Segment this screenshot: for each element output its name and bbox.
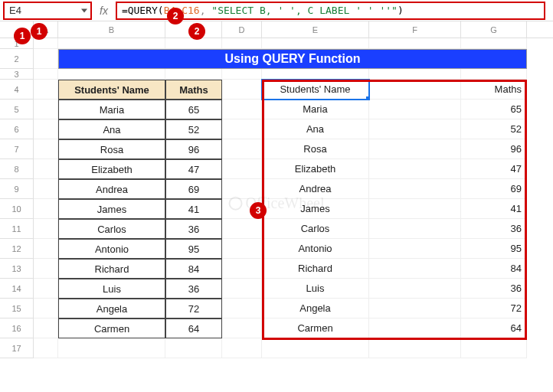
- left-maths-cell[interactable]: 95: [165, 239, 222, 259]
- cell[interactable]: [34, 299, 58, 318]
- right-name-cell[interactable]: Carlos: [262, 219, 369, 239]
- row-header[interactable]: 3: [0, 69, 34, 80]
- cell[interactable]: [262, 338, 369, 358]
- col-header-e[interactable]: E: [262, 21, 369, 38]
- cell[interactable]: [34, 259, 58, 279]
- right-maths-cell[interactable]: 36: [461, 219, 527, 239]
- left-maths-cell[interactable]: 64: [165, 318, 222, 338]
- cell[interactable]: [34, 279, 58, 299]
- cell[interactable]: [369, 199, 461, 219]
- cell[interactable]: [222, 159, 262, 179]
- cell[interactable]: [369, 179, 461, 199]
- col-header-g[interactable]: G: [461, 21, 527, 38]
- left-maths-cell[interactable]: 36: [165, 219, 222, 239]
- left-name-cell[interactable]: Ana: [58, 119, 165, 139]
- cell[interactable]: [34, 159, 58, 179]
- right-maths-cell[interactable]: 96: [461, 139, 527, 159]
- cell[interactable]: [222, 318, 262, 338]
- cell-area[interactable]: Using QUERY Function Students' Name Math…: [34, 38, 553, 392]
- cell[interactable]: [34, 38, 58, 49]
- right-name-cell[interactable]: Maria: [262, 100, 369, 119]
- cell[interactable]: [34, 100, 58, 119]
- right-maths-cell[interactable]: 41: [461, 199, 527, 219]
- right-maths-cell[interactable]: 95: [461, 239, 527, 259]
- cell[interactable]: [461, 338, 527, 358]
- row-header[interactable]: 16: [0, 318, 34, 338]
- cell[interactable]: [369, 338, 461, 358]
- chevron-down-icon[interactable]: [81, 8, 87, 12]
- cell[interactable]: [369, 159, 461, 179]
- cell[interactable]: [222, 299, 262, 318]
- cell[interactable]: [369, 259, 461, 279]
- cell[interactable]: [369, 38, 461, 49]
- cell[interactable]: [222, 38, 262, 49]
- col-header-d[interactable]: D: [222, 21, 262, 38]
- row-header[interactable]: 14: [0, 279, 34, 299]
- left-name-cell[interactable]: Andrea: [58, 179, 165, 199]
- row-header[interactable]: 4: [0, 80, 34, 100]
- left-maths-cell[interactable]: 52: [165, 119, 222, 139]
- left-maths-cell[interactable]: 47: [165, 159, 222, 179]
- cell[interactable]: [222, 259, 262, 279]
- cell[interactable]: [222, 338, 262, 358]
- left-name-cell[interactable]: Carlos: [58, 219, 165, 239]
- cell[interactable]: [222, 100, 262, 119]
- row-header[interactable]: 11: [0, 219, 34, 239]
- cell[interactable]: [369, 139, 461, 159]
- cell[interactable]: [369, 80, 461, 100]
- cell-e4-active[interactable]: Students' Name: [262, 80, 369, 100]
- right-maths-cell[interactable]: 52: [461, 119, 527, 139]
- left-maths-cell[interactable]: 72: [165, 299, 222, 318]
- cell[interactable]: [165, 338, 222, 358]
- right-maths-cell[interactable]: 69: [461, 179, 527, 199]
- right-maths-cell[interactable]: 64: [461, 318, 527, 338]
- left-name-cell[interactable]: Antonio: [58, 239, 165, 259]
- cell[interactable]: [165, 38, 222, 49]
- cell[interactable]: [369, 279, 461, 299]
- cell[interactable]: [369, 69, 461, 80]
- cell[interactable]: [34, 199, 58, 219]
- cell[interactable]: [34, 179, 58, 199]
- left-maths-cell[interactable]: 65: [165, 100, 222, 119]
- cell[interactable]: [262, 69, 369, 80]
- right-name-cell[interactable]: Elizabeth: [262, 159, 369, 179]
- cell[interactable]: [222, 279, 262, 299]
- right-name-cell[interactable]: Angela: [262, 299, 369, 318]
- cell[interactable]: [369, 119, 461, 139]
- right-maths-cell[interactable]: 84: [461, 259, 527, 279]
- right-maths-cell[interactable]: 65: [461, 100, 527, 119]
- left-name-cell[interactable]: Maria: [58, 100, 165, 119]
- cell[interactable]: [222, 239, 262, 259]
- left-name-cell[interactable]: Carmen: [58, 318, 165, 338]
- left-maths-cell[interactable]: 84: [165, 259, 222, 279]
- row-header[interactable]: 6: [0, 119, 34, 139]
- cell[interactable]: [165, 69, 222, 80]
- cell[interactable]: [58, 69, 165, 80]
- left-header-name[interactable]: Students' Name: [58, 80, 165, 100]
- cell[interactable]: [34, 69, 58, 80]
- right-name-cell[interactable]: Richard: [262, 259, 369, 279]
- cell[interactable]: [369, 318, 461, 338]
- cell[interactable]: [369, 219, 461, 239]
- row-header[interactable]: 13: [0, 259, 34, 279]
- right-name-cell[interactable]: Carmen: [262, 318, 369, 338]
- right-maths-cell[interactable]: 36: [461, 279, 527, 299]
- right-header-maths[interactable]: Maths: [461, 80, 527, 100]
- title-cell[interactable]: Using QUERY Function: [58, 49, 527, 69]
- row-header[interactable]: 7: [0, 139, 34, 159]
- left-maths-cell[interactable]: 96: [165, 139, 222, 159]
- col-header-b[interactable]: B: [58, 21, 165, 38]
- right-name-cell[interactable]: Luis: [262, 279, 369, 299]
- cell[interactable]: [34, 219, 58, 239]
- left-name-cell[interactable]: Richard: [58, 259, 165, 279]
- right-name-cell[interactable]: Antonio: [262, 239, 369, 259]
- left-name-cell[interactable]: Angela: [58, 299, 165, 318]
- row-header[interactable]: 15: [0, 299, 34, 318]
- row-header[interactable]: 17: [0, 338, 34, 358]
- row-header[interactable]: 9: [0, 179, 34, 199]
- row-header[interactable]: 2: [0, 49, 34, 69]
- left-header-maths[interactable]: Maths: [165, 80, 222, 100]
- row-header[interactable]: 10: [0, 199, 34, 219]
- cell[interactable]: [58, 338, 165, 358]
- left-maths-cell[interactable]: 69: [165, 179, 222, 199]
